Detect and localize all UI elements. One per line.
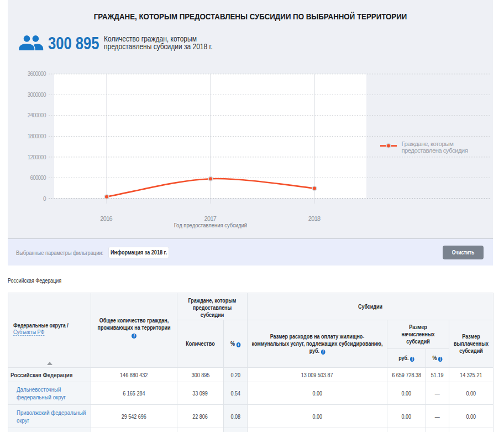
svg-text:Граждане, которым: Граждане, которым [402,140,454,147]
svg-text:0: 0 [43,196,46,202]
svg-text:2017: 2017 [204,215,217,222]
svg-text:2016: 2016 [100,215,112,222]
svg-text:3000000: 3000000 [28,92,46,98]
svg-text:1800000: 1800000 [28,133,46,139]
svg-text:1200000: 1200000 [28,154,46,160]
svg-text:3600000: 3600000 [28,71,46,77]
svg-text:2018: 2018 [308,215,321,222]
svg-text:600000: 600000 [30,175,46,181]
svg-text:Год предоставления субсидий: Год предоставления субсидий [174,222,248,228]
svg-text:предоставлена субсидия: предоставлена субсидия [402,147,468,154]
svg-text:2400000: 2400000 [28,112,46,118]
